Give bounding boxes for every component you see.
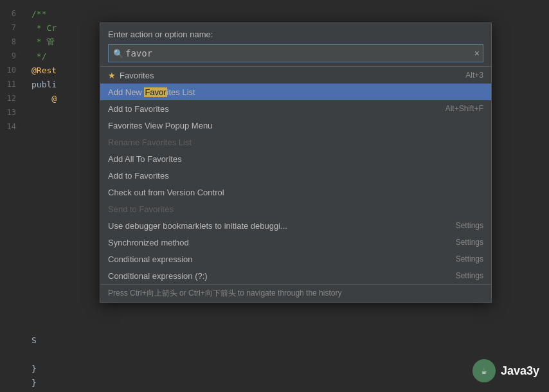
- menu-item-label: Use debugger bookmarklets to initiate de…: [108, 221, 287, 231]
- code-line-b2: }: [0, 361, 549, 375]
- menu-item-send-to-favorites: Send to Favorites: [100, 200, 491, 217]
- watermark-icon: ☕: [473, 359, 496, 382]
- code-line-b3: }: [0, 375, 549, 389]
- settings-label: Settings: [456, 221, 483, 230]
- menu-item-rename-favorites-list: Rename Favorites List: [100, 134, 491, 150]
- code-line-6: 6 /**: [0, 6, 549, 21]
- settings-label: Settings: [456, 271, 483, 280]
- menu-item-label: Conditional expression: [108, 254, 193, 264]
- modal-footer: Press Ctrl+向上箭头 or Ctrl+向下箭头 to navigate…: [100, 284, 491, 302]
- modal-title: Enter action or option name:: [108, 30, 483, 39]
- menu-item-checkout-version-control[interactable]: Check out from Version Control: [100, 184, 491, 200]
- menu-item-add-to-favorites-2[interactable]: Add to Favorites: [100, 167, 491, 184]
- footer-hint: Press Ctrl+向上箭头 or Ctrl+向下箭头 to navigate…: [108, 289, 341, 298]
- menu-item-label: Conditional expression (?:): [108, 271, 208, 281]
- action-search-modal: Enter action or option name: 🔍 × ★ Favor…: [100, 22, 492, 303]
- watermark: ☕ Java3y: [473, 359, 539, 382]
- menu-item-label: Check out from Version Control: [108, 188, 224, 197]
- menu-item-add-new-favorites-list[interactable]: Add New Favorites List: [100, 84, 491, 100]
- menu-item-debugger-bookmarklets[interactable]: Use debugger bookmarklets to initiate de…: [100, 217, 491, 234]
- search-icon: 🔍: [113, 49, 123, 58]
- clear-search-button[interactable]: ×: [474, 48, 480, 58]
- modal-header: Enter action or option name: 🔍 ×: [100, 23, 491, 66]
- menu-item-favorites[interactable]: ★ Favorites Alt+3: [100, 67, 491, 84]
- menu-item-label: Add All To Favorites: [108, 154, 182, 164]
- menu-item-shortcut: Alt+Shift+F: [446, 104, 483, 113]
- settings-label: Settings: [456, 238, 483, 247]
- code-line-b1: [0, 347, 549, 361]
- code-line-s: S: [0, 333, 549, 347]
- star-icon: ★: [108, 71, 116, 80]
- menu-item-conditional-expression[interactable]: Conditional expression Settings: [100, 251, 491, 267]
- menu-list: ★ Favorites Alt+3 Add New Favorites List…: [100, 66, 491, 284]
- menu-item-label: Synchronized method: [108, 238, 189, 247]
- menu-item-synchronized-method[interactable]: Synchronized method Settings: [100, 234, 491, 251]
- search-box-wrap: 🔍 ×: [108, 44, 483, 62]
- search-highlight: Favor: [144, 87, 166, 97]
- menu-item-label: Add New Favorites List: [108, 87, 195, 97]
- menu-item-shortcut: Alt+3: [465, 71, 483, 80]
- menu-item-add-all-to-favorites[interactable]: Add All To Favorites: [100, 150, 491, 167]
- menu-item-label: Add to Favorites: [108, 104, 169, 114]
- menu-item-add-to-favorites[interactable]: Add to Favorites Alt+Shift+F: [100, 100, 491, 117]
- menu-item-label: Add to Favorites: [108, 171, 169, 181]
- menu-item-label: Rename Favorites List: [108, 138, 192, 147]
- menu-item-favorites-view-popup[interactable]: Favorites View Popup Menu: [100, 117, 491, 134]
- menu-item-label: Favorites View Popup Menu: [108, 121, 212, 130]
- watermark-text: Java3y: [501, 364, 539, 378]
- settings-label: Settings: [456, 254, 483, 263]
- action-search-input[interactable]: [108, 44, 483, 62]
- menu-item-conditional-expression-ternary[interactable]: Conditional expression (?:) Settings: [100, 267, 491, 284]
- menu-item-label: Send to Favorites: [108, 204, 174, 214]
- menu-item-label: Favorites: [120, 71, 154, 80]
- watermark-icon-symbol: ☕: [482, 366, 487, 376]
